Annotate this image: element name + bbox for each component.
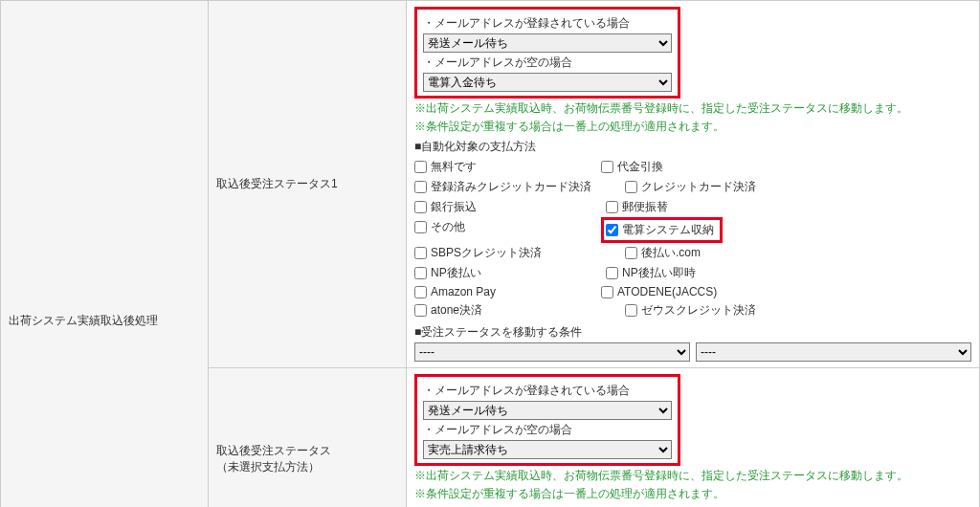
cond-header-1: ■受注ステータスを移動する条件 [414, 324, 971, 341]
pm-densan-highlight: 電算システム収納 [601, 217, 723, 243]
status2-email-box: ・メールアドレスが登録されている場合 発送メール待ち ・メールアドレスが空の場合… [414, 374, 680, 466]
pm-other[interactable]: その他 [414, 219, 601, 235]
side-section-label: 出荷システム実績取込後処理 [1, 1, 209, 508]
email-registered-select-1[interactable]: 発送メール待ち [423, 33, 672, 53]
status1-content: ・メールアドレスが登録されている場合 発送メール待ち ・メールアドレスが空の場合… [407, 1, 980, 368]
pm-bank[interactable]: 銀行振込 [414, 199, 606, 215]
pm-zeus[interactable]: ゼウスクレジット決済 [625, 302, 812, 319]
email-empty-select-1[interactable]: 電算入金待ち [423, 73, 672, 92]
pm-atobarai[interactable]: 後払い.com [625, 245, 812, 261]
email-empty-select-2[interactable]: 実売上請求待ち [423, 440, 672, 459]
row-label-status-unselected: 取込後受注ステータス （未選択支払方法） [209, 368, 407, 508]
payment-methods-grid: 無料です 代金引換 登録済みクレジットカード決済 クレジットカード決済 銀行振込… [414, 157, 971, 320]
cond-left-select-1[interactable]: ---- [414, 342, 690, 362]
email-registered-label-2: ・メールアドレスが登録されている場合 [423, 383, 672, 399]
pm-densan[interactable]: 電算システム収納 [606, 222, 714, 238]
pm-postal[interactable]: 郵便振替 [606, 199, 816, 215]
row-label-status1: 取込後受注ステータス1 [209, 1, 407, 368]
pm-sbps[interactable]: SBPSクレジット決済 [414, 245, 625, 261]
email-registered-label-1: ・メールアドレスが登録されている場合 [423, 15, 672, 32]
pm-cc[interactable]: クレジットカード決済 [625, 179, 812, 195]
email-empty-label-1: ・メールアドレスが空の場合 [423, 55, 672, 71]
cond-right-select-1[interactable]: ---- [696, 342, 971, 362]
status2-note1: ※出荷システム実績取込時、お荷物伝票番号登録時に、指定した受注ステータスに移動し… [414, 468, 971, 484]
status1-email-box: ・メールアドレスが登録されている場合 発送メール待ち ・メールアドレスが空の場合… [414, 7, 680, 99]
email-registered-select-2[interactable]: 発送メール待ち [423, 401, 672, 420]
pm-npato[interactable]: NP後払い [414, 265, 606, 281]
cond-row-1: ---- ---- [414, 342, 971, 362]
status2-note2: ※条件設定が重複する場合は一番上の処理が適用されます。 [414, 486, 971, 502]
status1-note2: ※条件設定が重複する場合は一番上の処理が適用されます。 [414, 119, 971, 135]
pm-npsoku[interactable]: NP後払い即時 [606, 265, 816, 281]
email-empty-label-2: ・メールアドレスが空の場合 [423, 422, 672, 438]
status2-content: ・メールアドレスが登録されている場合 発送メール待ち ・メールアドレスが空の場合… [407, 368, 980, 508]
status1-note1: ※出荷システム実績取込時、お荷物伝票番号登録時に、指定した受注ステータスに移動し… [414, 100, 971, 117]
pm-registered-cc[interactable]: 登録済みクレジットカード決済 [414, 179, 625, 195]
pm-atodene[interactable]: ATODENE(JACCS) [601, 285, 792, 298]
payment-methods-header: ■自動化対象の支払方法 [414, 139, 971, 155]
pm-cod[interactable]: 代金引換 [601, 159, 792, 175]
pm-free[interactable]: 無料です [414, 159, 601, 175]
pm-atone[interactable]: atone決済 [414, 302, 625, 319]
pm-amazon[interactable]: Amazon Pay [414, 285, 601, 298]
